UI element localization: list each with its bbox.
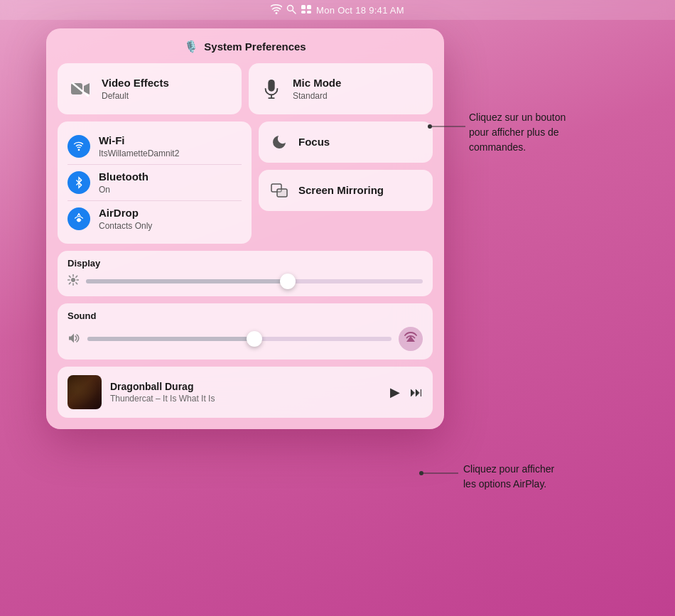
video-effects-text: Video Effects Default	[102, 77, 169, 101]
focus-icon-wrap	[269, 131, 290, 153]
menubar-time: Mon Oct 18 9:41 AM	[316, 5, 404, 16]
sound-section: Sound	[58, 303, 433, 360]
menubar-center: Mon Oct 18 9:41 AM	[271, 4, 404, 16]
video-effects-subtitle: Default	[102, 91, 169, 101]
panel-title-text: System Preferences	[204, 40, 306, 53]
svg-point-20	[71, 278, 75, 282]
screen-mirroring-icon-wrap	[269, 180, 290, 201]
sound-slider-row	[68, 327, 423, 351]
menubar: Mon Oct 18 9:41 AM	[0, 0, 675, 20]
display-section: Display	[58, 251, 433, 296]
top-tiles-row: Video Effects Default Mic Mode Standard	[58, 63, 433, 114]
wifi-label: Wi-Fi	[99, 134, 179, 147]
focus-label: Focus	[298, 136, 330, 148]
screen-mirroring-icon	[271, 182, 288, 199]
bluetooth-circle-icon	[68, 171, 90, 194]
svg-line-1	[293, 10, 296, 13]
display-slider-thumb[interactable]	[280, 274, 296, 289]
svg-rect-4	[301, 11, 306, 13]
callout-second: Cliquez pour afficherles options AirPlay…	[463, 462, 554, 492]
display-slider-fill	[86, 279, 288, 283]
album-art	[68, 375, 102, 409]
mic-mode-title: Mic Mode	[293, 77, 341, 90]
control-center-icon[interactable]	[301, 4, 312, 16]
svg-line-27	[76, 276, 77, 277]
control-center-panel: 🎙️ System Preferences Video Effects Defa…	[46, 28, 444, 429]
sound-slider-track[interactable]	[87, 337, 392, 341]
svg-rect-2	[301, 5, 306, 9]
callout-first: Cliquez sur un boutonpour afficher plus …	[469, 110, 566, 155]
right-tiles-col: Focus Screen Mirroring	[259, 121, 433, 244]
bluetooth-inner-icon	[72, 176, 85, 189]
wifi-circle-icon	[68, 135, 90, 158]
forward-button[interactable]: ⏭	[410, 385, 423, 400]
wifi-value: ItsWillametteDamnit2	[99, 148, 179, 158]
callout-second-text: Cliquez pour afficherles options AirPlay…	[463, 463, 554, 490]
mic-mode-icon	[261, 79, 281, 99]
middle-row: Wi-Fi ItsWillametteDamnit2 Bluetooth On	[58, 121, 433, 244]
wifi-icon[interactable]	[271, 4, 282, 16]
airdrop-text: AirDrop Contacts Only	[99, 207, 152, 231]
airplay-icon	[404, 332, 418, 346]
mic-mode-icon-wrap	[259, 76, 284, 102]
svg-point-32	[419, 471, 423, 475]
panel-title: 🎙️ System Preferences	[58, 40, 433, 53]
callout-first-text: Cliquez sur un boutonpour afficher plus …	[469, 112, 566, 153]
mic-mode-subtitle: Standard	[293, 91, 341, 101]
svg-rect-3	[307, 5, 311, 9]
bluetooth-text: Bluetooth On	[99, 171, 148, 195]
bluetooth-value: On	[99, 185, 148, 195]
svg-line-26	[76, 283, 77, 284]
album-art-image	[68, 375, 102, 409]
display-slider-track[interactable]	[86, 279, 423, 283]
now-playing-title: Dragonball Durag	[110, 381, 382, 392]
sound-label: Sound	[68, 310, 423, 321]
airdrop-item[interactable]: AirDrop Contacts Only	[68, 201, 242, 237]
panel-title-icon: 🎙️	[184, 40, 198, 53]
airplay-button[interactable]	[399, 327, 423, 351]
svg-rect-5	[307, 11, 311, 13]
sound-slider-fill	[87, 337, 254, 341]
wifi-item[interactable]: Wi-Fi ItsWillametteDamnit2	[68, 129, 242, 165]
wifi-inner-icon	[72, 140, 85, 153]
video-effects-title: Video Effects	[102, 77, 169, 90]
wifi-text: Wi-Fi ItsWillametteDamnit2	[99, 134, 179, 158]
svg-line-17	[79, 214, 80, 216]
now-playing-info: Dragonball Durag Thundercat – It Is What…	[110, 381, 382, 404]
svg-line-25	[69, 276, 70, 277]
mic-mode-text: Mic Mode Standard	[293, 77, 341, 101]
airdrop-inner-icon	[72, 212, 85, 225]
screen-mirroring-label: Screen Mirroring	[298, 184, 384, 197]
focus-tile[interactable]: Focus	[259, 121, 433, 163]
network-cluster-tile: Wi-Fi ItsWillametteDamnit2 Bluetooth On	[58, 121, 252, 244]
bluetooth-label: Bluetooth	[99, 171, 148, 183]
now-playing-controls: ▶ ⏭	[390, 384, 423, 400]
display-slider-row	[68, 274, 423, 288]
video-effects-tile[interactable]: Video Effects Default	[58, 63, 242, 114]
play-button[interactable]: ▶	[390, 384, 400, 400]
airdrop-circle-icon	[68, 207, 90, 230]
search-icon[interactable]	[286, 4, 296, 16]
svg-line-28	[69, 283, 70, 284]
svg-rect-9	[268, 80, 274, 92]
brightness-icon	[68, 274, 79, 288]
airdrop-label: AirDrop	[99, 207, 152, 220]
video-effects-icon	[70, 79, 90, 99]
airdrop-value: Contacts Only	[99, 221, 152, 231]
video-effects-icon-wrap	[68, 76, 93, 102]
volume-icon	[68, 333, 80, 346]
mic-mode-tile[interactable]: Mic Mode Standard	[249, 63, 433, 114]
screen-mirroring-tile[interactable]: Screen Mirroring	[259, 170, 433, 211]
svg-rect-19	[277, 189, 287, 197]
now-playing-artist: Thundercat – It Is What It Is	[110, 394, 382, 404]
now-playing-section: Dragonball Durag Thundercat – It Is What…	[58, 367, 433, 418]
focus-icon	[271, 134, 288, 151]
sound-slider-thumb[interactable]	[247, 331, 262, 347]
display-label: Display	[68, 258, 423, 269]
bluetooth-item[interactable]: Bluetooth On	[68, 165, 242, 201]
